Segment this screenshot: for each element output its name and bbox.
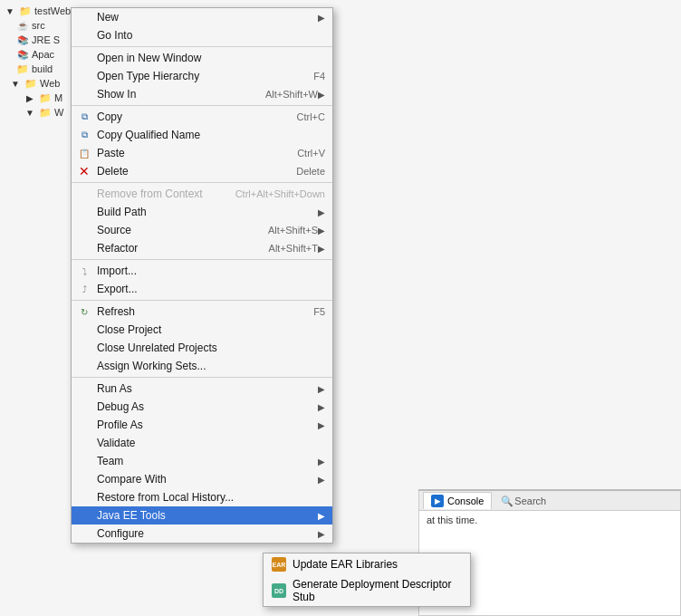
menu-item-new[interactable]: New ▶: [72, 8, 332, 26]
menu-label: Copy: [97, 111, 279, 123]
menu-item-import[interactable]: ⤵ Import...: [72, 262, 332, 280]
menu-item-go-into[interactable]: Go Into: [72, 26, 332, 44]
menu-separator: [72, 105, 332, 106]
menu-label: Team: [97, 455, 318, 467]
folder-icon: 📁: [19, 5, 32, 17]
search-tab[interactable]: 🔍 Search: [494, 494, 553, 508]
console-content: at this time.: [419, 511, 680, 529]
console-tabs: ▶ Console 🔍 Search: [419, 491, 680, 511]
expand-icon: ▼: [24, 106, 36, 119]
menu-label: Configure: [97, 527, 318, 540]
menu-label: Export...: [97, 283, 325, 295]
submenu-arrow: ▶: [318, 90, 325, 100]
menu-separator: [72, 300, 332, 301]
tree-label: build: [32, 63, 53, 74]
menu-shortcut: Ctrl+V: [297, 148, 325, 159]
menu-label: Copy Qualified Name: [97, 129, 325, 141]
submenu-arrow: ▶: [318, 226, 325, 236]
menu-item-team[interactable]: Team ▶: [72, 452, 332, 470]
menu-item-close-unrelated[interactable]: Close Unrelated Projects: [72, 339, 332, 357]
menu-label: Run As: [97, 382, 318, 395]
search-icon: 🔍: [501, 496, 512, 506]
menu-item-show-in[interactable]: Show In Alt+Shift+W ▶: [72, 85, 332, 103]
menu-item-compare-with[interactable]: Compare With ▶: [72, 470, 332, 488]
submenu-arrow: ▶: [318, 13, 325, 23]
submenu-label: Generate Deployment Descriptor Stub: [293, 578, 463, 603]
menu-item-refresh[interactable]: ↻ Refresh F5: [72, 303, 332, 321]
menu-label: Paste: [97, 147, 279, 159]
menu-item-configure[interactable]: Configure ▶: [72, 525, 332, 543]
tree-label: JRE S: [32, 34, 60, 45]
ear-icon: EAR: [271, 556, 287, 573]
expand-icon: ▶: [24, 91, 36, 104]
menu-item-paste[interactable]: 📋 Paste Ctrl+V: [72, 144, 332, 162]
console-icon: ▶: [431, 495, 444, 507]
submenu-label: Update EAR Libraries: [293, 558, 398, 571]
export-icon: ⤴: [77, 282, 91, 296]
menu-separator: [72, 377, 332, 378]
expand-icon: ▼: [9, 77, 22, 90]
tree-item-build[interactable]: 📁 build: [2, 62, 66, 76]
java-ee-tools-submenu: EAR Update EAR Libraries DD Generate Dep…: [263, 553, 471, 607]
menu-label: Delete: [97, 165, 278, 178]
submenu-arrow: ▶: [318, 207, 325, 217]
submenu-arrow: ▶: [318, 457, 325, 467]
menu-separator: [72, 259, 332, 260]
menu-label: Build Path: [97, 206, 318, 218]
menu-item-validate[interactable]: Validate: [72, 434, 332, 452]
menu-item-source[interactable]: Source Alt+Shift+S ▶: [72, 221, 332, 239]
console-tab[interactable]: ▶ Console: [423, 492, 492, 509]
tree-item-apache[interactable]: 📚 Apac: [2, 47, 66, 62]
submenu-item-update-ear[interactable]: EAR Update EAR Libraries: [264, 553, 470, 575]
menu-item-close-project[interactable]: Close Project: [72, 321, 332, 339]
submenu-arrow: ▶: [318, 511, 325, 521]
menu-item-debug-as[interactable]: Debug As ▶: [72, 398, 332, 416]
menu-item-type-hierarchy[interactable]: Open Type Hierarchy F4: [72, 67, 332, 85]
menu-shortcut: Alt+Shift+S: [268, 225, 318, 236]
submenu-arrow: ▶: [318, 420, 325, 430]
menu-item-profile-as[interactable]: Profile As ▶: [72, 416, 332, 434]
tree-item-w[interactable]: ▼ 📁 W: [2, 105, 66, 120]
menu-item-assign-working-sets[interactable]: Assign Working Sets...: [72, 357, 332, 375]
menu-label: Source: [97, 224, 250, 236]
menu-label: Restore from Local History...: [97, 491, 325, 504]
menu-item-restore-local[interactable]: Restore from Local History...: [72, 488, 332, 506]
menu-item-copy[interactable]: ⧉ Copy Ctrl+C: [72, 108, 332, 126]
tree-item-m[interactable]: ▶ 📁 M: [2, 91, 66, 105]
menu-label: Close Project: [97, 323, 325, 336]
submenu-item-generate-descriptor[interactable]: DD Generate Deployment Descriptor Stub: [264, 575, 470, 606]
tree-item-testWeb[interactable]: ▼ 📁 testWeb: [2, 4, 66, 18]
project-tree: ▼ 📁 testWeb ☕ src 📚 JRE S 📚 Apac 📁 build…: [0, 0, 68, 616]
lib-icon: 📚: [16, 34, 29, 46]
submenu-arrow: ▶: [318, 244, 325, 254]
menu-label: Java EE Tools: [97, 509, 318, 522]
menu-item-run-as[interactable]: Run As ▶: [72, 380, 332, 398]
tree-item-web[interactable]: ▼ 📁 Web: [2, 76, 66, 91]
menu-label: Compare With: [97, 473, 318, 486]
menu-shortcut: Ctrl+C: [297, 111, 325, 122]
tree-label: src: [32, 20, 45, 31]
tree-item-src[interactable]: ☕ src: [2, 18, 66, 33]
context-menu: New ▶ Go Into Open in New Window Open Ty…: [71, 7, 333, 544]
menu-shortcut: F5: [313, 306, 325, 317]
menu-label: Refactor: [97, 242, 251, 255]
menu-item-copy-qualified[interactable]: ⧉ Copy Qualified Name: [72, 126, 332, 144]
expand-icon: ▼: [4, 5, 16, 17]
menu-label: Close Unrelated Projects: [97, 342, 325, 354]
menu-item-open-window[interactable]: Open in New Window: [72, 49, 332, 67]
menu-label: Import...: [97, 265, 325, 277]
menu-item-export[interactable]: ⤴ Export...: [72, 280, 332, 298]
submenu-arrow: ▶: [318, 529, 325, 539]
tree-item-jre[interactable]: 📚 JRE S: [2, 33, 66, 47]
menu-item-build-path[interactable]: Build Path ▶: [72, 203, 332, 221]
copy-icon: ⧉: [77, 110, 91, 124]
menu-separator: [72, 182, 332, 183]
menu-item-delete[interactable]: ✕ Delete Delete: [72, 162, 332, 180]
menu-item-java-ee-tools[interactable]: Java EE Tools ▶: [72, 506, 332, 525]
menu-shortcut: Alt+Shift+T: [269, 243, 318, 254]
import-icon: ⤵: [77, 264, 91, 278]
descriptor-icon: DD: [271, 582, 287, 599]
menu-label: Refresh: [97, 305, 295, 318]
lib-icon: 📚: [16, 48, 29, 61]
menu-item-refactor[interactable]: Refactor Alt+Shift+T ▶: [72, 239, 332, 257]
